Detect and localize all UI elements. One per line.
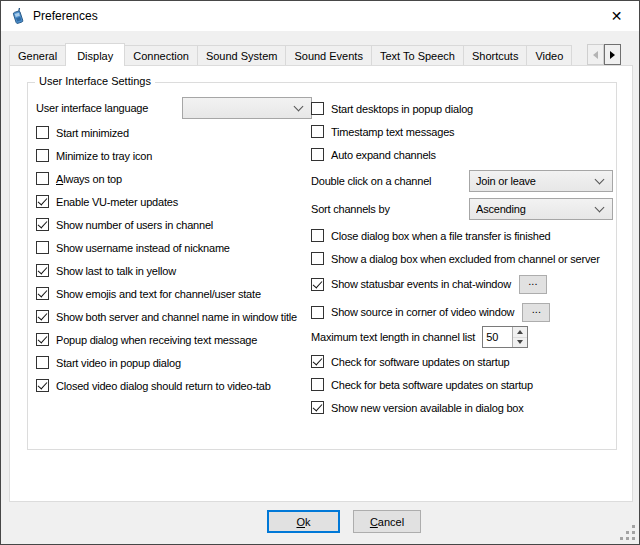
- checkbox-label: Close dialog box when a file transfer is…: [331, 230, 551, 242]
- display-tab-page: User Interface Settings User interface l…: [9, 65, 633, 502]
- tab-scroll-right-button[interactable]: [604, 44, 621, 65]
- checkbox: [36, 333, 49, 346]
- checkbox-check-updates[interactable]: Check for software updates on startup: [311, 354, 613, 369]
- checkbox-label: Show statusbar events in chat-window: [331, 278, 511, 290]
- spin-down-icon: [517, 340, 523, 344]
- double-click-select[interactable]: Join or leave: [469, 170, 613, 192]
- checkbox: [36, 172, 49, 185]
- preferences-window: Preferences ✕ General Display Connection…: [0, 0, 640, 545]
- spin-buttons: [512, 327, 527, 347]
- sort-channels-value: Ascending: [476, 203, 590, 215]
- double-click-value: Join or leave: [476, 175, 590, 187]
- checkbox-label: Start desktops in popup dialog: [331, 103, 473, 115]
- checkbox-dialog-when-excluded[interactable]: Show a dialog box when excluded from cha…: [311, 251, 613, 266]
- tab-connection[interactable]: Connection: [124, 45, 198, 66]
- chevron-down-icon: [294, 101, 304, 111]
- checkbox: [311, 252, 324, 265]
- tab-sound-system[interactable]: Sound System: [197, 45, 287, 66]
- checkbox-closed-video-return[interactable]: Closed video dialog should return to vid…: [36, 378, 312, 393]
- checkbox-server-channel-in-title[interactable]: Show both server and channel name in win…: [36, 309, 312, 324]
- tab-sound-events[interactable]: Sound Events: [285, 45, 372, 66]
- checkbox-timestamp-messages[interactable]: Timestamp text messages: [311, 124, 613, 139]
- checkbox-label: Enable VU-meter updates: [56, 196, 178, 208]
- chevron-down-icon: [595, 174, 605, 184]
- checkbox-video-popup-dialog[interactable]: Start video in popup dialog: [36, 355, 312, 370]
- checkbox: [36, 149, 49, 162]
- close-button[interactable]: ✕: [594, 1, 639, 30]
- checkbox: [311, 125, 324, 138]
- checkbox-emojis-user-state[interactable]: Show emojis and text for channel/user st…: [36, 286, 312, 301]
- max-text-length-spinner: [482, 326, 528, 348]
- checkbox-always-on-top[interactable]: Always on top: [36, 171, 312, 186]
- statusbar-events-config-button[interactable]: ...: [519, 275, 547, 294]
- checkbox: [36, 218, 49, 231]
- titlebar[interactable]: Preferences ✕: [1, 1, 639, 31]
- resize-grip[interactable]: [620, 525, 635, 540]
- tab-scroll-left-button[interactable]: [587, 44, 604, 65]
- checkbox: [311, 378, 324, 391]
- checkbox-show-user-count[interactable]: Show number of users in channel: [36, 217, 312, 232]
- checkbox: [36, 356, 49, 369]
- checkbox-last-to-talk-yellow[interactable]: Show last to talk in yellow: [36, 263, 312, 278]
- checkbox-label: Show number of users in channel: [56, 219, 213, 231]
- checkbox-vu-meter-updates[interactable]: Enable VU-meter updates: [36, 194, 312, 209]
- sort-channels-select[interactable]: Ascending: [469, 198, 613, 220]
- max-text-length-input[interactable]: [483, 327, 512, 347]
- checkbox: [36, 287, 49, 300]
- app-icon: [10, 8, 26, 24]
- tab-bar: General Display Connection Sound System …: [9, 42, 623, 66]
- checkbox-desktops-popup[interactable]: Start desktops in popup dialog: [311, 101, 613, 116]
- checkbox-minimize-to-tray[interactable]: Minimize to tray icon: [36, 148, 312, 163]
- checkbox-video-source-corner[interactable]: Show source in corner of video window ..…: [311, 302, 613, 322]
- checkbox: [311, 306, 324, 319]
- checkbox-label: Show new version available in dialog box: [331, 402, 524, 414]
- checkbox-label: Show a dialog box when excluded from cha…: [331, 253, 600, 265]
- spin-down-button[interactable]: [513, 337, 527, 348]
- checkbox: [311, 355, 324, 368]
- checkbox: [36, 195, 49, 208]
- video-source-config-button[interactable]: ...: [522, 303, 550, 322]
- checkbox-start-minimized[interactable]: Start minimized: [36, 125, 312, 140]
- checkbox: [311, 148, 324, 161]
- tab-text-to-speech[interactable]: Text To Speech: [371, 45, 464, 66]
- checkbox-label: Show both server and channel name in win…: [56, 311, 297, 323]
- checkbox-label: Check for beta software updates on start…: [331, 379, 533, 391]
- checkbox: [311, 102, 324, 115]
- checkbox-label: Always on top: [56, 173, 122, 185]
- language-label: User interface language: [36, 102, 148, 114]
- checkbox-label: Popup dialog when receiving text message: [56, 334, 257, 346]
- tab-shortcuts[interactable]: Shortcuts: [463, 45, 527, 66]
- checkbox-popup-on-text-message[interactable]: Popup dialog when receiving text message: [36, 332, 312, 347]
- checkbox-new-version-dialog[interactable]: Show new version available in dialog box: [311, 400, 613, 415]
- checkbox: [36, 264, 49, 277]
- sort-channels-label: Sort channels by: [311, 203, 390, 215]
- checkbox-label: Check for software updates on startup: [331, 356, 509, 368]
- checkbox: [36, 241, 49, 254]
- tab-display[interactable]: Display: [65, 43, 125, 66]
- tab-video[interactable]: Video: [526, 45, 572, 66]
- checkbox: [36, 310, 49, 323]
- spin-up-icon: [517, 330, 523, 334]
- checkbox-statusbar-events[interactable]: Show statusbar events in chat-window ...: [311, 274, 613, 294]
- checkbox-label: Timestamp text messages: [331, 126, 454, 138]
- window-title: Preferences: [33, 9, 98, 23]
- scroll-left-icon: [593, 51, 598, 59]
- group-title: User Interface Settings: [35, 75, 155, 87]
- checkbox-label: Show last to talk in yellow: [56, 265, 176, 277]
- checkbox-label: Show username instead of nickname: [56, 242, 230, 254]
- cancel-button[interactable]: Cancel: [353, 510, 421, 533]
- checkbox-label: Start video in popup dialog: [56, 357, 181, 369]
- checkbox-label: Start minimized: [56, 127, 129, 139]
- checkbox-label: Closed video dialog should return to vid…: [56, 380, 271, 392]
- checkbox-username-instead-nickname[interactable]: Show username instead of nickname: [36, 240, 312, 255]
- checkbox-auto-expand-channels[interactable]: Auto expand channels: [311, 147, 613, 162]
- ok-button[interactable]: Ok: [267, 510, 340, 533]
- spin-up-button[interactable]: [513, 327, 527, 337]
- checkbox: [311, 229, 324, 242]
- checkbox: [311, 278, 324, 291]
- tab-general[interactable]: General: [9, 45, 66, 66]
- language-select[interactable]: [182, 97, 312, 119]
- checkbox-close-on-transfer-finished[interactable]: Close dialog box when a file transfer is…: [311, 228, 613, 243]
- checkbox-label: Auto expand channels: [331, 149, 436, 161]
- checkbox-check-beta-updates[interactable]: Check for beta software updates on start…: [311, 377, 613, 392]
